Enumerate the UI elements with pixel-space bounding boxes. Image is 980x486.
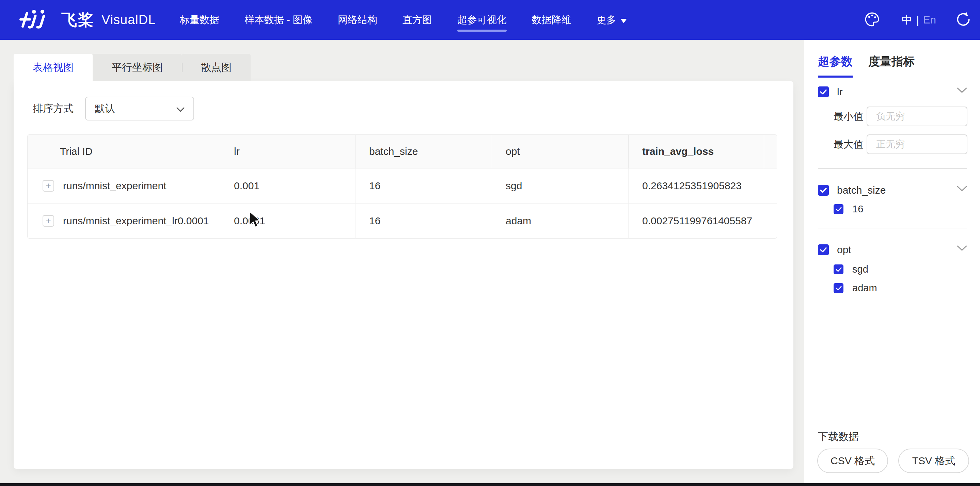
trial-id-cell: + runs/mnist_experiment (28, 168, 220, 203)
nav-item-sample-image[interactable]: 样本数据 - 图像 (245, 0, 313, 40)
lang-separator: | (916, 14, 919, 26)
palette-icon (864, 11, 880, 29)
trial-id-value: runs/mnist_experiment (63, 180, 166, 192)
nav-item-label: 标量数据 (180, 13, 219, 27)
tab-table-view[interactable]: 表格视图 (14, 54, 92, 81)
tab-scatter-plot[interactable]: 散点图 (182, 54, 251, 81)
expand-row-button[interactable]: + (43, 215, 54, 227)
sort-row: 排序方式 默认 (33, 97, 194, 121)
expand-row-button[interactable]: + (43, 180, 54, 192)
column-header-spacer (764, 135, 777, 168)
main-nav-menu: 标量数据 样本数据 - 图像 网络结构 直方图 超参可视化 数据降维 更多 (180, 0, 627, 40)
opt-cell: adam (492, 203, 628, 238)
view-tabs: 表格视图 平行坐标图 散点图 (14, 54, 251, 81)
checkbox-opt[interactable] (818, 245, 829, 255)
max-value-input[interactable] (867, 135, 967, 154)
table-view-panel: 排序方式 默认 Trial ID lr batch_size opt train… (14, 81, 794, 469)
paddle-visualdl-logo[interactable]: 飞桨 VisualDL (19, 0, 156, 40)
refresh-button[interactable] (956, 0, 971, 40)
batch-size-cell: 16 (355, 168, 492, 203)
value-row-sgd: sgd (834, 264, 868, 275)
download-csv-button[interactable]: CSV 格式 (817, 449, 888, 473)
tab-parallel-coordinates[interactable]: 平行坐标图 (92, 54, 182, 81)
nav-item-label: 样本数据 - 图像 (245, 13, 313, 27)
table-row: + runs/mnist_experiment_lr0.0001 0.0001 … (28, 203, 777, 238)
trial-id-value: runs/mnist_experiment_lr0.0001 (63, 215, 209, 227)
nav-item-graph[interactable]: 网络结构 (338, 0, 377, 40)
nav-item-label: 超参可视化 (457, 13, 507, 27)
trial-id-cell: + runs/mnist_experiment_lr0.0001 (28, 203, 220, 238)
nav-item-label: 网络结构 (338, 13, 377, 27)
lr-cell: 0.001 (220, 168, 355, 203)
divider (818, 168, 967, 169)
chevron-down-icon[interactable] (957, 245, 967, 253)
lr-cell: 0.0001 (220, 203, 355, 238)
value-label: sgd (852, 264, 868, 275)
spacer-cell (764, 168, 777, 203)
theme-palette-button[interactable] (864, 0, 880, 40)
refresh-icon (956, 11, 971, 29)
nav-item-hyperparameter[interactable]: 超参可视化 (457, 0, 507, 40)
table-row: + runs/mnist_experiment 0.001 16 sgd 0.2… (28, 168, 777, 203)
filter-sidebar: 超参数 度量指标 lr 最小值 最大值 batch_size 16 opt sg… (804, 40, 980, 483)
nav-item-histogram[interactable]: 直方图 (402, 0, 432, 40)
checkbox-batch-size[interactable] (818, 185, 829, 196)
value-row-adam: adam (834, 283, 877, 294)
section-name: lr (837, 86, 843, 98)
sort-order-select[interactable]: 默认 (85, 97, 194, 121)
table-header-row: Trial ID lr batch_size opt train_avg_los… (28, 135, 777, 168)
nav-item-more[interactable]: 更多 (597, 0, 627, 40)
trials-table: Trial ID lr batch_size opt train_avg_los… (27, 135, 777, 238)
tab-hyperparameters[interactable]: 超参数 (818, 54, 853, 78)
tab-label: 表格视图 (33, 60, 73, 75)
nav-item-label: 更多 (597, 13, 616, 27)
section-name: batch_size (837, 184, 886, 196)
window-bottom-edge (0, 483, 980, 486)
checkbox-lr[interactable] (818, 86, 829, 97)
tab-label: 平行坐标图 (112, 60, 163, 75)
chevron-down-icon[interactable] (957, 186, 967, 193)
nav-item-scalar[interactable]: 标量数据 (180, 0, 219, 40)
tab-metrics[interactable]: 度量指标 (868, 54, 915, 78)
sort-selected-value: 默认 (95, 102, 115, 116)
max-value-label: 最大值 (834, 135, 863, 154)
section-batch-size: batch_size (818, 184, 967, 196)
nav-item-label: 数据降维 (532, 13, 571, 27)
sidebar-tabs: 超参数 度量指标 (818, 54, 915, 78)
column-header-train-avg-loss: train_avg_loss (628, 135, 764, 168)
section-lr: lr (818, 86, 967, 98)
min-value-label: 最小值 (834, 106, 863, 126)
section-opt: opt (818, 244, 967, 256)
checkbox-16[interactable] (834, 204, 843, 214)
opt-cell: sgd (492, 168, 628, 203)
chevron-down-icon[interactable] (957, 87, 967, 95)
train-avg-loss-cell: 0.002751199761405587 (628, 203, 764, 238)
spacer-cell (764, 203, 777, 238)
train-avg-loss-cell: 0.2634125351905823 (628, 168, 764, 203)
min-value-input[interactable] (867, 106, 967, 126)
brand-product-text: VisualDL (102, 13, 156, 27)
lang-en[interactable]: En (923, 14, 936, 26)
tab-label: 散点图 (201, 60, 232, 75)
column-header-lr: lr (220, 135, 355, 168)
column-header-batch-size: batch_size (355, 135, 492, 168)
value-row-16: 16 (834, 203, 863, 215)
checkbox-sgd[interactable] (834, 264, 843, 274)
sort-label: 排序方式 (33, 102, 73, 116)
nav-item-label: 直方图 (402, 13, 432, 27)
checkbox-adam[interactable] (834, 283, 843, 293)
caret-down-icon (620, 14, 627, 25)
section-name: opt (837, 244, 851, 256)
divider (818, 228, 967, 229)
batch-size-cell: 16 (355, 203, 492, 238)
download-data-title: 下载数据 (818, 430, 859, 444)
column-header-trial-id: Trial ID (28, 135, 220, 168)
value-label: 16 (852, 203, 863, 215)
chevron-down-icon (177, 103, 185, 114)
paddle-logo-icon (19, 8, 54, 32)
lang-zh[interactable]: 中 (902, 13, 912, 27)
download-tsv-button[interactable]: TSV 格式 (898, 449, 969, 473)
nav-item-high-dimensional[interactable]: 数据降维 (532, 0, 571, 40)
column-header-opt: opt (492, 135, 628, 168)
top-navbar: 飞桨 VisualDL 标量数据 样本数据 - 图像 网络结构 直方图 超参可视… (0, 0, 980, 40)
